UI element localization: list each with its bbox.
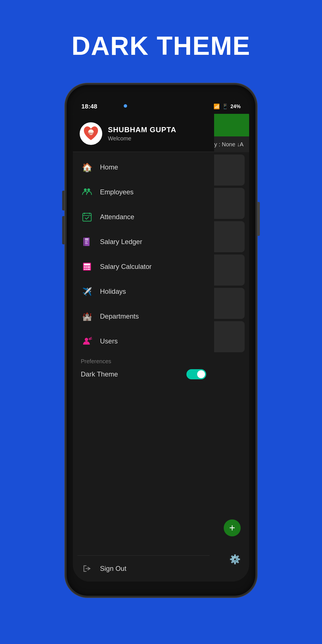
svg-rect-9	[84, 239, 88, 240]
phone-screen: 18:48 📶 📱 24% y : None ↓A	[73, 99, 249, 582]
sort-text: y : None ↓A	[214, 141, 243, 148]
app-content: y : None ↓A mey st er eer	[73, 114, 249, 582]
home-icon: 🏠	[81, 161, 93, 173]
phone-mockup: 18:48 📶 📱 24% y : None ↓A	[65, 83, 257, 597]
lovebird-logo-svg: bird	[81, 124, 101, 143]
drawer-welcome: Welcome	[108, 135, 207, 142]
drawer-username: SHUBHAM GUPTA	[108, 125, 207, 134]
fab-add-button[interactable]: +	[224, 519, 241, 536]
svg-rect-15	[84, 264, 90, 266]
menu-item-home[interactable]: 🏠 Home	[73, 155, 214, 180]
holidays-icon: ✈️	[81, 285, 93, 298]
svg-rect-17	[86, 266, 87, 268]
power-button	[258, 202, 260, 236]
phone-shell: 18:48 📶 📱 24% y : None ↓A	[65, 83, 257, 597]
salary-calculator-icon	[81, 260, 93, 273]
departments-icon: 🏰	[81, 310, 93, 323]
svg-rect-16	[84, 266, 85, 268]
svg-rect-20	[86, 269, 87, 270]
status-time: 18:48	[81, 103, 97, 110]
menu-label-attendance: Attendance	[100, 213, 134, 221]
menu-item-holidays[interactable]: ✈️ Holidays	[73, 279, 214, 304]
ledger-svg	[82, 237, 92, 247]
menu-label-employees: Employees	[100, 188, 134, 196]
menu-item-users[interactable]: Users	[73, 329, 214, 354]
svg-point-23	[89, 338, 91, 340]
svg-line-24	[90, 337, 92, 338]
svg-rect-13	[84, 238, 85, 246]
svg-point-22	[85, 338, 88, 341]
drawer-user-info: SHUBHAM GUPTA Welcome	[108, 125, 207, 142]
menu-label-departments: Departments	[100, 312, 139, 320]
menu-label-users: Users	[100, 337, 118, 345]
calculator-svg	[82, 262, 92, 271]
dark-theme-label: Dark Theme	[81, 370, 118, 378]
sign-out-item[interactable]: Sign Out	[73, 556, 214, 582]
page-title: DARK THEME	[71, 31, 250, 61]
navigation-drawer: bird SHUBHAM GUPTA Welcome 🏠	[73, 114, 214, 582]
salary-ledger-icon	[81, 236, 93, 248]
svg-point-3	[87, 188, 90, 191]
menu-label-salary-calculator: Salary Calculator	[100, 263, 152, 271]
drawer-menu: 🏠 Home	[73, 152, 214, 555]
svg-rect-19	[84, 269, 85, 270]
menu-item-salary-ledger[interactable]: Salary Ledger	[73, 229, 214, 254]
attendance-svg	[82, 212, 92, 222]
menu-label-home: Home	[100, 163, 118, 171]
dark-theme-toggle[interactable]	[186, 369, 206, 379]
settings-icon[interactable]: ⚙️	[229, 554, 241, 565]
svg-rect-4	[83, 213, 91, 221]
app-logo: bird	[80, 122, 102, 145]
svg-rect-21	[87, 269, 90, 270]
status-icons: 📶 📱 24%	[214, 103, 241, 110]
wifi-icon: 📶	[214, 103, 220, 110]
drawer-header: bird SHUBHAM GUPTA Welcome	[73, 114, 214, 152]
menu-item-employees[interactable]: Employees	[73, 180, 214, 204]
preferences-title: Preferences	[81, 358, 206, 365]
sign-out-label: Sign Out	[100, 565, 126, 573]
menu-item-salary-calculator[interactable]: Salary Calculator	[73, 254, 214, 279]
svg-point-2	[84, 188, 87, 191]
users-icon	[81, 335, 93, 347]
svg-rect-18	[87, 266, 90, 268]
sign-out-icon	[81, 562, 93, 575]
svg-text:bird: bird	[88, 132, 94, 135]
notch-indicator	[124, 104, 127, 108]
signout-svg	[83, 564, 91, 573]
signal-icon: 📱	[222, 103, 228, 110]
preferences-section: Preferences Dark Theme	[73, 354, 214, 387]
employees-svg	[82, 187, 92, 197]
battery-indicator: 24%	[230, 104, 241, 110]
attendance-icon	[81, 211, 93, 223]
menu-label-holidays: Holidays	[100, 288, 126, 295]
volume-down-button	[62, 216, 64, 244]
toggle-knob	[197, 370, 205, 378]
dark-theme-row[interactable]: Dark Theme	[81, 369, 206, 385]
volume-up-button	[62, 191, 64, 210]
users-svg	[82, 336, 92, 346]
menu-label-salary-ledger: Salary Ledger	[100, 238, 142, 246]
svg-rect-10	[84, 240, 88, 241]
status-bar: 18:48 📶 📱 24%	[73, 99, 249, 114]
menu-item-attendance[interactable]: Attendance	[73, 204, 214, 229]
employees-icon	[81, 186, 93, 198]
menu-item-departments[interactable]: 🏰 Departments	[73, 304, 214, 329]
